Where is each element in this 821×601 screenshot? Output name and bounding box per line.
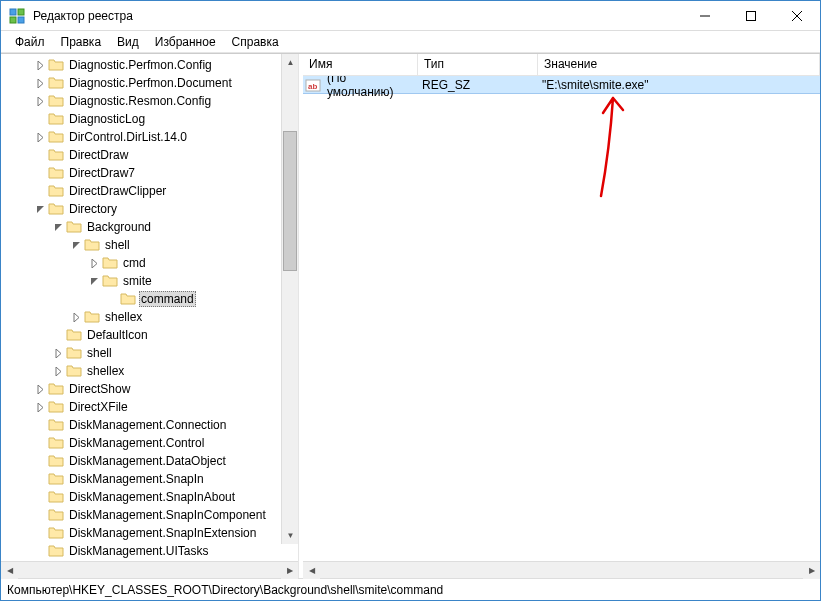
value-name: (По умолчанию) (323, 76, 418, 99)
tree-item[interactable]: DiskManagement.SnapIn (7, 470, 298, 488)
folder-icon (66, 328, 82, 342)
scroll-left-arrow[interactable]: ◀ (1, 562, 18, 579)
scroll-down-arrow[interactable]: ▼ (282, 527, 298, 544)
annotation-arrow (583, 88, 643, 208)
folder-icon (48, 184, 64, 198)
minimize-button[interactable] (682, 1, 728, 31)
tree-item[interactable]: shell (7, 344, 298, 362)
tree-item[interactable]: DiskManagement.DataObject (7, 452, 298, 470)
tree-item-label: DiskManagement.Control (67, 436, 206, 450)
tree-item[interactable]: DiagnosticLog (7, 110, 298, 128)
folder-icon (66, 220, 82, 234)
window-controls (682, 1, 820, 31)
expand-icon[interactable] (87, 256, 101, 270)
collapse-icon[interactable] (33, 202, 47, 216)
tree-item[interactable]: DiskManagement.Control (7, 434, 298, 452)
svg-rect-3 (18, 17, 24, 23)
scroll-thumb[interactable] (283, 131, 297, 271)
tree-item[interactable]: DirectDraw (7, 146, 298, 164)
scroll-track[interactable] (282, 71, 298, 527)
tree-item-label: Diagnostic.Perfmon.Config (67, 58, 214, 72)
tree-item[interactable]: shellex (7, 308, 298, 326)
menu-help[interactable]: Справка (224, 33, 287, 51)
tree-item[interactable]: DiskManagement.SnapInExtension (7, 524, 298, 542)
expand-icon[interactable] (69, 310, 83, 324)
titlebar: Редактор реестра (1, 1, 820, 31)
menu-file[interactable]: Файл (7, 33, 53, 51)
value-data: "E:\smite\smite.exe" (538, 78, 820, 92)
tree-item[interactable]: Directory (7, 200, 298, 218)
tree-item-label: DirectDraw7 (67, 166, 137, 180)
tree-item-label: shellex (85, 364, 126, 378)
tree-item[interactable]: DirectShow (7, 380, 298, 398)
column-name[interactable]: Имя (303, 54, 418, 75)
values-horizontal-scrollbar[interactable]: ◀ ▶ (303, 561, 820, 578)
tree-item[interactable]: DiskManagement.UITasks (7, 542, 298, 560)
tree-item[interactable]: Diagnostic.Perfmon.Document (7, 74, 298, 92)
values-body[interactable]: ab (По умолчанию) REG_SZ "E:\smite\smite… (303, 76, 820, 561)
tree-item[interactable]: DirectXFile (7, 398, 298, 416)
tree-item-label: shell (85, 346, 114, 360)
svg-text:ab: ab (308, 82, 317, 91)
tree-item-label: DirectXFile (67, 400, 130, 414)
expand-icon[interactable] (51, 364, 65, 378)
tree-horizontal-scrollbar[interactable]: ◀ ▶ (1, 561, 298, 578)
scroll-up-arrow[interactable]: ▲ (282, 54, 298, 71)
tree-item[interactable]: DiskManagement.SnapInAbout (7, 488, 298, 506)
expand-icon[interactable] (33, 58, 47, 72)
folder-icon (48, 508, 64, 522)
folder-icon (48, 58, 64, 72)
folder-icon (66, 364, 82, 378)
expand-icon[interactable] (51, 346, 65, 360)
value-row[interactable]: ab (По умолчанию) REG_SZ "E:\smite\smite… (303, 76, 820, 94)
collapse-icon[interactable] (87, 274, 101, 288)
tree-item[interactable]: shell (7, 236, 298, 254)
tree-item[interactable]: DirectDraw7 (7, 164, 298, 182)
registry-tree: Diagnostic.Perfmon.ConfigDiagnostic.Perf… (1, 56, 298, 560)
svg-line-7 (792, 11, 802, 21)
svg-line-6 (792, 11, 802, 21)
close-button[interactable] (774, 1, 820, 31)
menu-favorites[interactable]: Избранное (147, 33, 224, 51)
tree-item[interactable]: Background (7, 218, 298, 236)
scroll-track[interactable] (320, 562, 803, 578)
folder-icon (66, 346, 82, 360)
tree-item-label: Diagnostic.Resmon.Config (67, 94, 213, 108)
tree-item[interactable]: DefaultIcon (7, 326, 298, 344)
status-path: Компьютер\HKEY_CLASSES_ROOT\Directory\Ba… (7, 583, 443, 597)
tree-vertical-scrollbar[interactable]: ▲ ▼ (281, 54, 298, 544)
scroll-right-arrow[interactable]: ▶ (281, 562, 298, 579)
tree-item[interactable]: DiskManagement.Connection (7, 416, 298, 434)
collapse-icon[interactable] (51, 220, 65, 234)
scroll-track[interactable] (18, 562, 281, 578)
values-panel: Имя Тип Значение ab (По умолчанию) REG_S… (303, 54, 820, 578)
tree-item[interactable]: DiskManagement.SnapInComponent (7, 506, 298, 524)
main-panel: Diagnostic.Perfmon.ConfigDiagnostic.Perf… (1, 53, 820, 578)
collapse-icon[interactable] (69, 238, 83, 252)
expand-icon[interactable] (33, 76, 47, 90)
tree-item-label: shell (103, 238, 132, 252)
column-type[interactable]: Тип (418, 54, 538, 75)
expand-icon[interactable] (33, 94, 47, 108)
tree-item[interactable]: Diagnostic.Resmon.Config (7, 92, 298, 110)
maximize-button[interactable] (728, 1, 774, 31)
folder-icon (48, 76, 64, 90)
scroll-right-arrow[interactable]: ▶ (803, 562, 820, 579)
menu-view[interactable]: Вид (109, 33, 147, 51)
tree-item[interactable]: Diagnostic.Perfmon.Config (7, 56, 298, 74)
folder-icon (48, 94, 64, 108)
expand-icon[interactable] (33, 382, 47, 396)
tree-item[interactable]: cmd (7, 254, 298, 272)
expand-icon[interactable] (33, 130, 47, 144)
tree-item[interactable]: smite (7, 272, 298, 290)
tree-item[interactable]: shellex (7, 362, 298, 380)
folder-icon (84, 238, 100, 252)
tree-scroll-area[interactable]: Diagnostic.Perfmon.ConfigDiagnostic.Perf… (1, 54, 298, 561)
expand-icon[interactable] (33, 400, 47, 414)
column-value[interactable]: Значение (538, 54, 820, 75)
tree-item[interactable]: DirectDrawClipper (7, 182, 298, 200)
tree-item[interactable]: DirControl.DirList.14.0 (7, 128, 298, 146)
menu-edit[interactable]: Правка (53, 33, 110, 51)
tree-item[interactable]: command (7, 290, 298, 308)
scroll-left-arrow[interactable]: ◀ (303, 562, 320, 579)
